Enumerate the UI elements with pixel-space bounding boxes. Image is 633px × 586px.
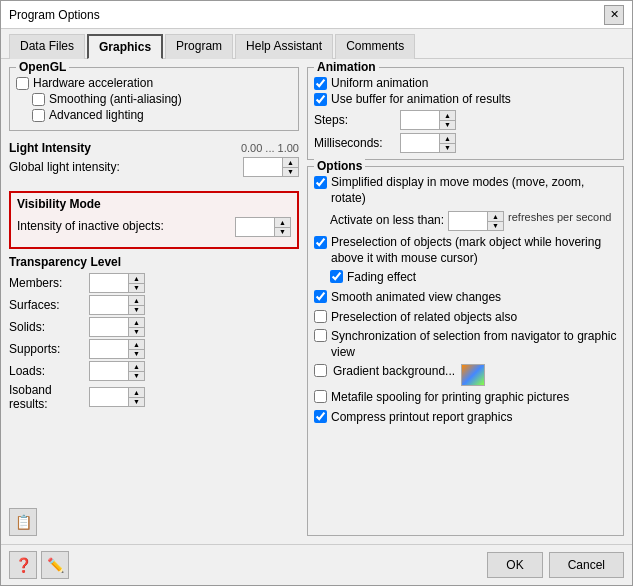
milliseconds-up[interactable]: ▲ xyxy=(439,134,455,144)
transparency-title: Transparency Level xyxy=(9,255,299,269)
members-down[interactable]: ▼ xyxy=(128,284,144,293)
surfaces-down[interactable]: ▼ xyxy=(128,306,144,315)
loads-up[interactable]: ▲ xyxy=(128,362,144,372)
ok-button[interactable]: OK xyxy=(487,552,542,578)
edit-icon-button[interactable]: ✏️ xyxy=(41,551,69,579)
isoband-down[interactable]: ▼ xyxy=(128,398,144,407)
preselection-label: Preselection of objects (mark object whi… xyxy=(331,235,617,266)
solids-down[interactable]: ▼ xyxy=(128,328,144,337)
milliseconds-row: Milliseconds: 50 ▲ ▼ xyxy=(314,133,617,153)
advanced-label: Advanced lighting xyxy=(49,108,144,122)
loads-down[interactable]: ▼ xyxy=(128,372,144,381)
supports-up[interactable]: ▲ xyxy=(128,340,144,350)
isoband-value[interactable]: 0.60 xyxy=(90,390,130,404)
compress-row: Compress printout report graphics xyxy=(314,410,617,426)
solids-up[interactable]: ▲ xyxy=(128,318,144,328)
synchronization-label: Synchronization of selection from naviga… xyxy=(331,329,617,360)
tab-comments[interactable]: Comments xyxy=(335,34,415,59)
members-value[interactable]: 0.70 xyxy=(90,276,130,290)
global-intensity-down[interactable]: ▼ xyxy=(282,168,298,177)
global-intensity-row: Global light intensity: 0.60 ▲ ▼ xyxy=(9,157,299,177)
activate-up[interactable]: ▲ xyxy=(487,212,503,222)
advanced-row: Advanced lighting xyxy=(16,108,292,122)
isoband-input[interactable]: 0.60 ▲ ▼ xyxy=(89,387,145,407)
metafile-checkbox[interactable] xyxy=(314,390,327,403)
preselection-checkbox[interactable] xyxy=(314,236,327,249)
close-button[interactable]: ✕ xyxy=(604,5,624,25)
solids-label: Solids: xyxy=(9,320,89,334)
supports-value[interactable]: 0.50 xyxy=(90,342,130,356)
gradient-row: Gradient background... xyxy=(314,364,617,386)
milliseconds-label: Milliseconds: xyxy=(314,136,394,150)
surfaces-input[interactable]: 0.50 ▲ ▼ xyxy=(89,295,145,315)
members-label: Members: xyxy=(9,276,89,290)
activate-value[interactable]: 5 xyxy=(449,214,489,228)
hardware-checkbox[interactable] xyxy=(16,77,29,90)
steps-down[interactable]: ▼ xyxy=(439,121,455,130)
simplified-label: Simplified display in move modes (move, … xyxy=(331,175,617,206)
transparency-section: Transparency Level Members: 0.70 ▲ ▼ Sur… xyxy=(9,255,299,498)
metafile-row: Metafile spooling for printing graphic p… xyxy=(314,390,617,406)
smooth-checkbox[interactable] xyxy=(314,290,327,303)
visibility-input[interactable]: 0.60 ▲ ▼ xyxy=(235,217,291,237)
steps-input[interactable]: 20 ▲ ▼ xyxy=(400,110,456,130)
surfaces-up[interactable]: ▲ xyxy=(128,296,144,306)
smooth-row: Smooth animated view changes xyxy=(314,290,617,306)
info-icon-button[interactable]: ❓ xyxy=(9,551,37,579)
visibility-group: Visibility Mode Intensity of inactive ob… xyxy=(9,191,299,249)
tab-graphics[interactable]: Graphics xyxy=(87,34,163,59)
preselection-row: Preselection of objects (mark object whi… xyxy=(314,235,617,266)
simplified-checkbox[interactable] xyxy=(314,176,327,189)
supports-input[interactable]: 0.50 ▲ ▼ xyxy=(89,339,145,359)
smoothing-checkbox[interactable] xyxy=(32,93,45,106)
tab-program[interactable]: Program xyxy=(165,34,233,59)
loads-input[interactable]: 0.20 ▲ ▼ xyxy=(89,361,145,381)
activate-input[interactable]: 5 ▲ ▼ xyxy=(448,211,504,231)
tab-help-assistant[interactable]: Help Assistant xyxy=(235,34,333,59)
supports-down[interactable]: ▼ xyxy=(128,350,144,359)
refreshes-label: refreshes per second xyxy=(508,210,611,224)
use-buffer-row: Use buffer for animation of results xyxy=(314,92,617,106)
solids-input[interactable]: 0.50 ▲ ▼ xyxy=(89,317,145,337)
help-icon-button[interactable]: 📋 xyxy=(9,508,37,536)
activate-row: Activate on less than: 5 ▲ ▼ refreshes p… xyxy=(330,210,617,231)
use-buffer-checkbox[interactable] xyxy=(314,93,327,106)
visibility-value[interactable]: 0.60 xyxy=(236,220,276,234)
supports-row: Supports: 0.50 ▲ ▼ xyxy=(9,339,299,359)
compress-checkbox[interactable] xyxy=(314,410,327,423)
steps-up[interactable]: ▲ xyxy=(439,111,455,121)
members-up[interactable]: ▲ xyxy=(128,274,144,284)
visibility-down[interactable]: ▼ xyxy=(274,228,290,237)
compress-label: Compress printout report graphics xyxy=(331,410,512,426)
options-title: Options xyxy=(314,159,365,173)
advanced-checkbox[interactable] xyxy=(32,109,45,122)
activate-down[interactable]: ▼ xyxy=(487,222,503,231)
fading-checkbox[interactable] xyxy=(330,270,343,283)
synchronization-checkbox[interactable] xyxy=(314,329,327,342)
smoothing-row: Smoothing (anti-aliasing) xyxy=(16,92,292,106)
milliseconds-value[interactable]: 50 xyxy=(401,136,441,150)
gradient-checkbox[interactable] xyxy=(314,364,327,377)
visibility-up[interactable]: ▲ xyxy=(274,218,290,228)
milliseconds-down[interactable]: ▼ xyxy=(439,144,455,153)
global-intensity-up[interactable]: ▲ xyxy=(282,158,298,168)
tab-data-files[interactable]: Data Files xyxy=(9,34,85,59)
loads-value[interactable]: 0.20 xyxy=(90,364,130,378)
surfaces-value[interactable]: 0.50 xyxy=(90,298,130,312)
members-input[interactable]: 0.70 ▲ ▼ xyxy=(89,273,145,293)
solids-value[interactable]: 0.50 xyxy=(90,320,130,334)
smoothing-label: Smoothing (anti-aliasing) xyxy=(49,92,182,106)
steps-value[interactable]: 20 xyxy=(401,113,441,127)
isoband-row: Isoband results: 0.60 ▲ ▼ xyxy=(9,383,299,411)
synchronization-row: Synchronization of selection from naviga… xyxy=(314,329,617,360)
global-intensity-value[interactable]: 0.60 xyxy=(244,160,284,174)
gradient-color-icon[interactable] xyxy=(461,364,485,386)
bottom-left-buttons: ❓ ✏️ xyxy=(9,551,69,579)
isoband-up[interactable]: ▲ xyxy=(128,388,144,398)
uniform-checkbox[interactable] xyxy=(314,77,327,90)
loads-spinners: ▲ ▼ xyxy=(128,362,144,380)
global-intensity-input[interactable]: 0.60 ▲ ▼ xyxy=(243,157,299,177)
preselection-related-checkbox[interactable] xyxy=(314,310,327,323)
milliseconds-input[interactable]: 50 ▲ ▼ xyxy=(400,133,456,153)
cancel-button[interactable]: Cancel xyxy=(549,552,624,578)
